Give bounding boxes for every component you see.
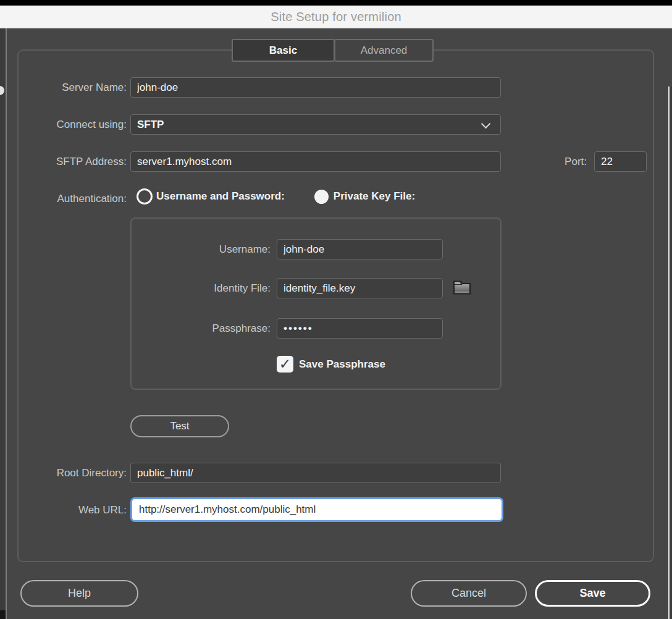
chevron-down-icon [482, 120, 489, 128]
check-icon: ✓ [279, 357, 291, 371]
sftp-address-label: SFTP Address: [11, 154, 127, 169]
username-password-radio[interactable] [136, 188, 153, 204]
identity-file-label: Identity File: [138, 281, 271, 296]
desktop-top-strip [0, 0, 672, 6]
tab-basic-label: Basic [269, 44, 297, 57]
server-name-label: Server Name: [11, 80, 127, 95]
tab-advanced[interactable]: Advanced [334, 39, 434, 62]
save-passphrase-checkbox[interactable]: ✓ [277, 356, 293, 373]
save-button[interactable]: Save [535, 580, 650, 607]
username-label: Username: [138, 242, 271, 257]
help-button[interactable]: Help [20, 580, 138, 607]
dialog-titlebar: Site Setup for vermilion [0, 6, 672, 28]
port-label: Port: [522, 154, 587, 169]
dialog-title: Site Setup for vermilion [271, 10, 401, 24]
background-window-corner [0, 610, 6, 619]
private-key-radio-label: Private Key File: [334, 190, 415, 203]
dialog-left-edge [6, 28, 7, 619]
connect-using-select[interactable]: SFTP [130, 114, 501, 135]
folder-icon[interactable] [453, 279, 471, 295]
authentication-label: Authentication: [11, 192, 127, 206]
username-password-radio-label: Username and Password: [156, 190, 285, 203]
identity-file-input[interactable] [277, 278, 443, 298]
root-directory-input[interactable] [130, 463, 501, 483]
cancel-button[interactable]: Cancel [411, 580, 527, 607]
private-key-radio[interactable] [314, 190, 329, 204]
sftp-address-input[interactable] [130, 151, 501, 172]
server-name-input[interactable] [130, 77, 501, 98]
tab-advanced-label: Advanced [361, 44, 408, 57]
save-button-label: Save [579, 587, 605, 600]
help-button-label: Help [68, 587, 91, 600]
passphrase-input[interactable] [277, 318, 443, 339]
root-directory-label: Root Directory: [11, 466, 127, 481]
cancel-button-label: Cancel [452, 587, 486, 600]
test-button-label: Test [170, 420, 189, 432]
site-setup-dialog: { "window": { "title": "Site Setup for v… [0, 0, 672, 619]
background-window-left [0, 28, 6, 619]
web-url-label: Web URL: [11, 503, 127, 518]
connect-using-label: Connect using: [11, 117, 127, 132]
save-passphrase-row: ✓ Save Passphrase [277, 356, 385, 373]
web-url-input[interactable] [132, 499, 502, 520]
username-input[interactable] [277, 239, 443, 259]
authentication-options: Username and Password: Private Key File: [136, 187, 415, 206]
connect-using-value: SFTP [137, 119, 164, 131]
test-button[interactable]: Test [130, 415, 229, 437]
credentials-panel: Username: Identity File: Passphrase: ✓ S… [130, 217, 502, 390]
port-input[interactable] [594, 151, 647, 172]
passphrase-label: Passphrase: [138, 321, 271, 336]
save-passphrase-label: Save Passphrase [299, 358, 385, 371]
tab-basic[interactable]: Basic [232, 39, 335, 62]
background-window-right [670, 86, 672, 619]
